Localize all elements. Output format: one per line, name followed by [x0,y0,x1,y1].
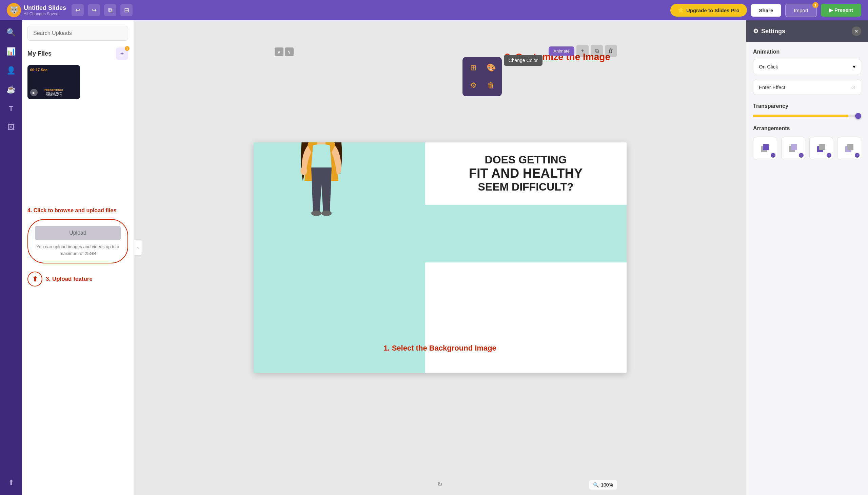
slide-text-does-getting: DOES GETTING [485,154,567,166]
sidebar-text-icon[interactable]: T [4,102,18,115]
undo-button[interactable]: ↩ [71,4,84,16]
animation-section-label: Animation [753,49,861,55]
upgrade-button[interactable]: ⭐ Upgrade to Slides Pro [670,4,747,17]
context-menu: ⊞ 🎨 ⚙ 🗑 [462,57,502,96]
svg-rect-12 [791,144,797,150]
delete-element-button[interactable]: 🗑 [605,45,617,57]
upload-feature-label: ⬆ 3. Upload feature [28,272,128,287]
sidebar-image-icon[interactable]: 🖼 [4,121,18,134]
slide-text-fit-healthy: FIT AND HEALTHY [469,166,583,181]
slide-prev-button[interactable]: ∧ [275,48,284,56]
change-color-button[interactable]: 🎨 [483,61,498,75]
main-slide: DOES GETTING FIT AND HEALTHY SEEM DIFFIC… [254,142,627,373]
settings-body: Animation On Click ▾ Enter Effect ⊘ Tran… [746,42,868,166]
transparency-section: Transparency [753,103,861,117]
import-button[interactable]: Import 1 [785,4,817,17]
enter-effect-row[interactable]: Enter Effect ⊘ [753,80,861,95]
share-button[interactable]: Share [751,4,782,17]
app-logo[interactable]: 🐺 [7,3,21,17]
arrange-back-icon [843,141,856,155]
click-to-browse-label: 4. Click to browse and upload files [28,207,128,214]
svg-rect-16 [847,144,853,150]
slide-text-seem-difficult: SEEM DIFFICULT? [478,181,573,193]
slide-next-button[interactable]: ∨ [285,48,294,56]
settings-panel: ⚙ Settings ✕ Animation On Click ▾ Enter … [746,20,868,495]
sidebar-slides-icon[interactable]: 📊 [4,45,18,58]
svg-rect-14 [819,144,825,150]
settings-button[interactable]: ⚙ [466,78,481,93]
animate-button[interactable]: Animate [549,47,574,56]
app-title-area: Untitled Slides All Changes Saved [24,4,66,16]
present-button[interactable]: ▶ Present [821,4,861,17]
arrange-forward-badge: + [799,153,804,158]
gear-icon: ⚙ [753,28,759,35]
arrangements-section: Arrangements + + [753,125,861,159]
slide-nav: ∧ ∨ [275,48,294,56]
star-icon: ⭐ [678,7,684,13]
transparency-label: Transparency [753,103,861,109]
select-bg-text: 1. Select the Background Image [384,344,496,353]
app-subtitle: All Changes Saved [24,12,66,16]
search-uploads-input[interactable] [28,26,128,41]
arrange-backward-button[interactable]: + [809,137,833,159]
resize-button[interactable]: ⊞ [466,61,481,75]
left-sidebar: 🔍 📊 👤 ☕ T 🖼 ⬆ [0,20,22,495]
arrange-front-badge: + [771,153,776,158]
zoom-in-icon[interactable]: 🔍 [593,482,599,488]
thumb-subtext: THE ALL-NEWFITNESS APP! [46,91,62,96]
chevron-down-icon: ▾ [853,63,855,70]
arrange-front-icon [758,141,772,155]
svg-rect-4 [317,142,325,144]
arrange-backward-icon [814,141,828,155]
svg-rect-10 [763,144,769,150]
topbar-right: ⭐ Upgrade to Slides Pro Share Import 1 ▶… [670,4,861,17]
plus-icon: + [120,50,124,57]
duplicate-element-button[interactable]: ⧉ [591,45,603,57]
arrange-backward-badge: + [827,153,831,158]
upload-caption: You can upload images and videos up to a… [35,243,121,257]
arrange-forward-icon [786,141,800,155]
upload-button[interactable]: Upload [35,226,121,240]
add-element-button[interactable]: + [576,45,589,57]
video-thumbnail[interactable]: 00:17 Sec PRESENTING! THE ALL-NEWFITNESS… [28,65,80,99]
sidebar-avatar-icon[interactable]: 👤 [4,64,18,77]
settings-title: ⚙ Settings [753,28,785,35]
topbar: 🐺 Untitled Slides All Changes Saved ↩ ↪ … [0,0,868,20]
add-file-button[interactable]: + 1 [116,48,128,60]
sidebar-search-icon[interactable]: 🔍 [4,26,18,39]
logo-area: 🐺 Untitled Slides All Changes Saved [7,3,66,17]
slide-toolbar: Animate + ⧉ 🗑 [549,45,617,57]
arrangements-label: Arrangements [753,125,861,132]
sidebar-upload-icon[interactable]: ⬆ [4,476,18,490]
settings-close-button[interactable]: ✕ [852,27,861,36]
svg-point-8 [321,210,331,216]
arrange-front-button[interactable]: + [753,137,777,159]
enter-effect-label: Enter Effect [759,84,785,90]
my-files-title: My Files [28,50,52,57]
topbar-icons: ↩ ↪ ⧉ ⊟ [71,4,133,16]
animation-value: On Click [759,64,778,69]
slide-text-area: DOES GETTING FIT AND HEALTHY SEEM DIFFIC… [425,142,627,205]
reload-icon: ↻ [437,481,442,488]
character-svg [288,142,355,262]
file-badge: 1 [125,46,130,51]
layout-button[interactable]: ⊟ [120,4,133,16]
arrange-forward-button[interactable]: + [781,137,805,159]
delete-element-ctx-button[interactable]: 🗑 [483,78,498,93]
transparency-slider-container [753,115,861,117]
upload-icon-circle[interactable]: ⬆ [28,272,42,287]
collapse-panel-button[interactable]: ‹ [134,239,142,256]
arrangements-grid: + + + [753,137,861,159]
duplicate-button[interactable]: ⧉ [104,4,116,16]
change-color-tooltip: Change Color [504,55,543,66]
svg-point-6 [301,167,307,175]
arrange-back-badge: + [855,153,860,158]
redo-button[interactable]: ↪ [88,4,100,16]
animation-dropdown[interactable]: On Click ▾ [753,59,861,74]
settings-header: ⚙ Settings ✕ [746,20,868,42]
app-title: Untitled Slides [24,4,66,12]
sidebar-elements-icon[interactable]: ☕ [4,83,18,96]
my-files-header: My Files + 1 [28,48,128,60]
upload-oval-container: Upload You can upload images and videos … [28,219,128,263]
arrange-back-button[interactable]: + [837,137,861,159]
